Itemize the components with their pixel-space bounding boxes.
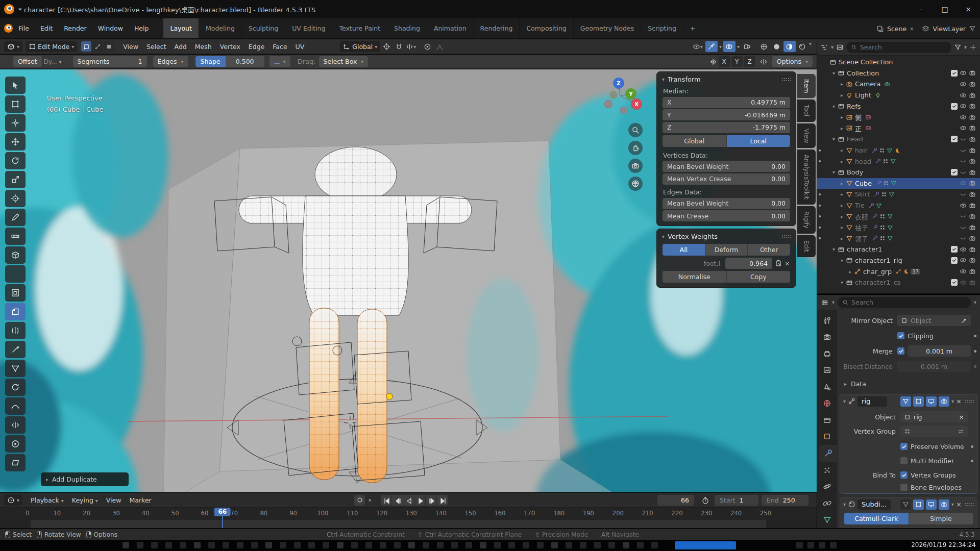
- expand-arrow-icon[interactable]: ▸: [838, 126, 846, 131]
- properties-options-chevron[interactable]: ▾: [974, 299, 976, 305]
- outliner-row[interactable]: ▸衣服: [817, 211, 980, 222]
- taskbar-app-icon[interactable]: [122, 542, 129, 548]
- render-visibility-toggle[interactable]: [968, 69, 977, 77]
- outliner-search[interactable]: [846, 42, 951, 53]
- vertex-select-button[interactable]: [81, 41, 91, 52]
- local-button[interactable]: Local: [727, 135, 791, 147]
- median-x-field[interactable]: X0.49775 m: [663, 97, 790, 108]
- expand-arrow-icon[interactable]: ▸: [838, 81, 846, 87]
- edge-select-button[interactable]: [92, 41, 103, 52]
- taskbar-tray-icon[interactable]: [819, 542, 825, 548]
- invert-vgroup-icon[interactable]: [958, 428, 964, 435]
- taskbar-app-icon[interactable]: [637, 542, 644, 548]
- outliner-filter-chevron[interactable]: ▾: [964, 44, 967, 50]
- transform-collapse-icon[interactable]: ▾: [662, 77, 665, 82]
- show-overlays-toggle[interactable]: [723, 41, 736, 52]
- outliner-row[interactable]: ▾Refs: [817, 101, 980, 112]
- workspace-tab-layout[interactable]: Layout: [163, 18, 199, 38]
- expand-arrow-icon[interactable]: ▸: [846, 269, 854, 274]
- vw-tab-other[interactable]: Other: [748, 244, 790, 256]
- render-visibility-toggle[interactable]: [968, 257, 977, 264]
- expand-arrow-icon[interactable]: ▸: [838, 147, 846, 153]
- tool-scale[interactable]: [5, 171, 26, 188]
- add-workspace-button[interactable]: +: [683, 18, 702, 38]
- copy-weight-icon[interactable]: [774, 259, 782, 267]
- global-button[interactable]: Global: [663, 135, 727, 147]
- menu-file[interactable]: File: [13, 22, 35, 34]
- properties-editor-type-icon[interactable]: [821, 298, 829, 307]
- simple-button[interactable]: Simple: [909, 513, 973, 524]
- viewlayer-funnel-icon[interactable]: [969, 25, 976, 32]
- taskbar-app-icon[interactable]: [408, 542, 415, 548]
- render-visibility-toggle[interactable]: [968, 169, 977, 176]
- pivot-point-dropdown[interactable]: [380, 41, 393, 52]
- scene-selector[interactable]: Scene: [887, 25, 906, 33]
- close-button[interactable]: ×: [957, 0, 980, 18]
- properties-tab-object-data[interactable]: [817, 511, 837, 528]
- tool-measure[interactable]: [5, 228, 26, 245]
- tool-knife[interactable]: [5, 341, 26, 358]
- proportional-falloff-dropdown[interactable]: [433, 41, 446, 52]
- shading-dropdown-icon[interactable]: ▾: [809, 41, 812, 52]
- expand-arrow-icon[interactable]: ▾: [830, 70, 838, 76]
- outliner-row[interactable]: ▾head: [817, 134, 980, 145]
- taskbar-app-icon[interactable]: [194, 542, 201, 548]
- tool-shrink-fatten[interactable]: [5, 435, 26, 453]
- render-visibility-toggle[interactable]: [968, 147, 977, 154]
- workspace-tab-scripting[interactable]: Scripting: [641, 18, 683, 38]
- taskbar-app-icon[interactable]: [151, 542, 158, 548]
- weight-value-field[interactable]: 0.964: [725, 258, 772, 269]
- render-visibility-toggle[interactable]: [968, 279, 977, 286]
- menu-edge[interactable]: Edge: [244, 41, 268, 52]
- menu-select[interactable]: Select: [142, 41, 170, 52]
- render-visibility-toggle[interactable]: [968, 235, 977, 242]
- new-scene-icon[interactable]: ×: [910, 26, 914, 32]
- armature-extras-chevron[interactable]: ▾: [951, 398, 954, 404]
- timeline-editor-type-button[interactable]: ▾: [4, 494, 22, 506]
- menu-marker[interactable]: Marker: [126, 495, 156, 506]
- expand-arrow-icon[interactable]: ▸: [838, 224, 846, 230]
- taskbar-app-icon[interactable]: [580, 542, 586, 548]
- taskbar-app-icon[interactable]: [566, 542, 572, 548]
- taskbar-tray-icon[interactable]: [807, 542, 814, 548]
- menu-render[interactable]: Render: [58, 22, 92, 34]
- shading-wireframe-button[interactable]: [758, 41, 770, 52]
- mirror-y-button[interactable]: Y: [731, 56, 743, 67]
- animate-dot-icon[interactable]: [971, 460, 973, 462]
- workspace-tab-compositing[interactable]: Compositing: [520, 18, 573, 38]
- properties-editor-chevron[interactable]: ▾: [832, 299, 835, 305]
- workspace-tab-modeling[interactable]: Modeling: [199, 18, 242, 38]
- taskbar-app-icon[interactable]: [337, 542, 344, 548]
- sidebar-tab-tool[interactable]: Tool: [797, 99, 816, 121]
- taskbar-app-icon[interactable]: [351, 542, 358, 548]
- data-expand-icon[interactable]: ▸: [844, 381, 847, 387]
- navigation-gizmo[interactable]: Z Y X: [597, 73, 648, 119]
- workspace-tab-sculpting[interactable]: Sculpting: [242, 18, 285, 38]
- hide-eye-toggle[interactable]: [959, 69, 968, 77]
- tool-select-box[interactable]: [5, 95, 26, 113]
- taskbar-app-icon[interactable]: [137, 542, 143, 548]
- snap-target-dropdown[interactable]: ▾: [405, 41, 417, 52]
- outliner-editor-type-icon[interactable]: [820, 43, 828, 52]
- tool-poly-build[interactable]: [5, 360, 26, 377]
- outliner-editor-chevron[interactable]: ▾: [831, 44, 834, 50]
- expand-arrow-icon[interactable]: ▾: [838, 258, 846, 263]
- copy-button[interactable]: Copy: [727, 271, 791, 283]
- outliner-row[interactable]: ▾character1_rig: [817, 255, 980, 266]
- render-visibility-toggle[interactable]: [968, 81, 977, 88]
- object-visibility-dropdown[interactable]: ▾: [692, 41, 704, 52]
- outliner-row[interactable]: ▸Skirt: [817, 189, 980, 200]
- subdiv-modifier-name[interactable]: Subdi...: [857, 499, 891, 510]
- taskbar-app-icon[interactable]: [423, 542, 429, 548]
- gizmo-x-neg[interactable]: [604, 100, 612, 108]
- auto-keying-toggle[interactable]: [354, 495, 365, 506]
- taskbar-app-icon[interactable]: [508, 542, 515, 548]
- subdiv-grip-icon[interactable]: [965, 503, 974, 507]
- armature-vertex-groups-toggle[interactable]: [900, 396, 911, 407]
- properties-search[interactable]: [838, 297, 971, 308]
- animate-dot-icon[interactable]: [974, 335, 976, 337]
- expand-arrow-icon[interactable]: ▸: [838, 114, 846, 120]
- tool-smooth[interactable]: [5, 397, 26, 415]
- taskbar-app-icon[interactable]: [180, 542, 186, 548]
- expand-arrow-icon[interactable]: ▸: [838, 92, 846, 98]
